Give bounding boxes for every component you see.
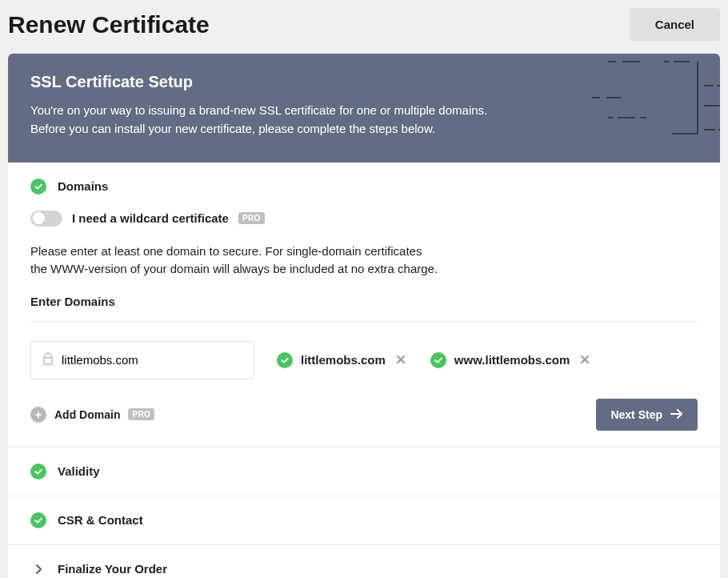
remove-domain-button[interactable] [578,351,592,369]
remove-domain-button[interactable] [394,351,408,369]
next-step-label: Next Step [610,408,662,421]
step-finalize[interactable]: Finalize Your Order [8,544,720,579]
hero-subtitle: You're on your way to issuing a brand-ne… [30,101,698,138]
hero-title: SSL Certificate Setup [30,73,698,91]
wildcard-toggle[interactable] [30,211,62,227]
next-step-button[interactable]: Next Step [596,399,698,431]
chevron-right-icon [30,561,46,577]
arrow-right-icon [670,408,683,421]
cancel-button[interactable]: Cancel [630,8,720,41]
check-icon [30,179,46,195]
domain-input-wrap[interactable] [30,341,254,379]
add-domain-button[interactable]: + Add Domain PRO [30,407,154,423]
step-validity-title: Validity [58,464,100,478]
setup-card: SSL Certificate Setup You're on your way… [8,54,720,578]
hero-banner: SSL Certificate Setup You're on your way… [8,54,720,163]
domain-chip-label: www.littlemobs.com [454,353,570,367]
check-icon [430,352,446,368]
enter-domains-label: Enter Domains [30,295,698,322]
step-finalize-title: Finalize Your Order [58,562,167,576]
check-icon [30,464,46,480]
step-domains: Domains I need a wildcard certificate PR… [8,163,720,447]
domain-chip: littlemobs.com [277,351,408,369]
domain-chip: www.littlemobs.com [430,351,592,369]
step-domains-header[interactable]: Domains [30,179,698,195]
check-icon [30,512,46,528]
lock-icon [42,352,54,368]
wildcard-label: I need a wildcard certificate [72,211,229,225]
domain-input[interactable] [62,353,242,367]
plus-icon: + [30,407,46,423]
step-validity[interactable]: Validity [8,447,720,496]
pro-badge: PRO [238,212,265,224]
page-title: Renew Certificate [8,11,210,38]
step-csr-contact[interactable]: CSR & Contact [8,496,720,544]
step-domains-title: Domains [58,179,108,193]
domains-help-text: Please enter at least one domain to secu… [30,243,698,279]
domain-chip-label: littlemobs.com [301,353,386,367]
pro-badge: PRO [128,408,154,420]
check-icon [277,352,293,368]
step-csr-title: CSR & Contact [58,513,143,527]
add-domain-label: Add Domain [54,408,120,421]
